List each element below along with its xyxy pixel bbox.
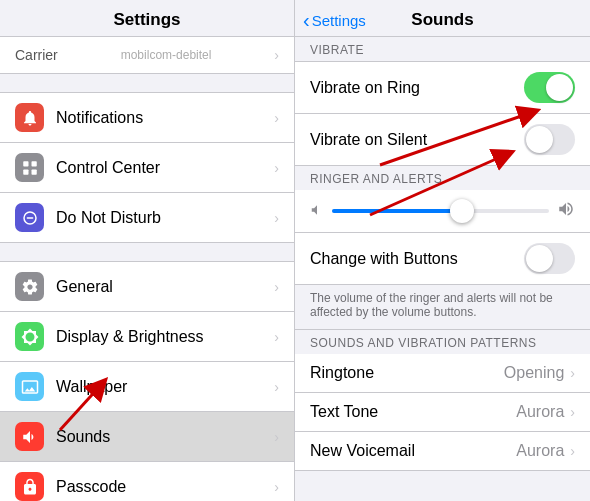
icon-general — [15, 272, 44, 301]
row-ringtone[interactable]: Ringtone Opening › — [295, 354, 590, 393]
sounds-label: Sounds — [56, 428, 274, 446]
carrier-name: Carrier — [15, 47, 58, 63]
back-button[interactable]: ‹ Settings — [303, 9, 366, 32]
vibrate-ring-label: Vibrate on Ring — [310, 79, 524, 97]
ringer-slider-track[interactable] — [332, 209, 549, 213]
vibrate-silent-label: Vibrate on Silent — [310, 131, 524, 149]
row-change-buttons[interactable]: Change with Buttons — [295, 233, 590, 285]
svg-rect-3 — [31, 169, 36, 174]
dnd-label: Do Not Disturb — [56, 209, 274, 227]
wallpaper-label: Wallpaper — [56, 378, 274, 396]
notifications-chevron: › — [274, 110, 279, 126]
toggle-knob-silent — [526, 126, 553, 153]
toggle-knob — [546, 74, 573, 101]
vibrate-silent-toggle[interactable] — [524, 124, 575, 155]
wallpaper-chevron: › — [274, 379, 279, 395]
text-tone-label: Text Tone — [310, 403, 516, 421]
section-header-ringer: RINGER AND ALERTS — [295, 166, 590, 190]
ringtone-label: Ringtone — [310, 364, 504, 382]
text-tone-chevron: › — [570, 404, 575, 420]
section-header-patterns: SOUNDS AND VIBRATION PATTERNS — [295, 330, 590, 354]
general-chevron: › — [274, 279, 279, 295]
ringer-slider-thumb[interactable] — [450, 199, 474, 223]
passcode-chevron: › — [274, 479, 279, 495]
left-title: Settings — [113, 10, 180, 29]
ringer-section: Change with Buttons — [295, 190, 590, 285]
ringer-slider-row[interactable] — [295, 190, 590, 233]
sounds-chevron: › — [274, 429, 279, 445]
new-voicemail-label: New Voicemail — [310, 442, 516, 460]
row-passcode[interactable]: Passcode › — [0, 462, 294, 501]
display-brightness-chevron: › — [274, 329, 279, 345]
back-label: Settings — [312, 12, 366, 29]
change-buttons-toggle[interactable] — [524, 243, 575, 274]
icon-control-center — [15, 153, 44, 182]
sound-patterns-section: Ringtone Opening › Text Tone Aurora › Ne… — [295, 354, 590, 471]
settings-list: Carrier mobilcom-debitel › Notifications… — [0, 37, 294, 501]
general-label: General — [56, 278, 274, 296]
row-sounds[interactable]: Sounds › — [0, 412, 294, 462]
group-separator-1 — [0, 74, 294, 92]
right-header: ‹ Settings Sounds — [295, 0, 590, 37]
ringtone-value: Opening — [504, 364, 565, 382]
toggle-knob-buttons — [526, 245, 553, 272]
right-title: Sounds — [411, 10, 473, 30]
change-buttons-label: Change with Buttons — [310, 250, 524, 268]
settings-left-panel: Settings Carrier mobilcom-debitel › Noti… — [0, 0, 295, 501]
row-wallpaper[interactable]: Wallpaper › — [0, 362, 294, 412]
settings-group-2: General › Display & Brightness › Wallpap… — [0, 261, 294, 501]
row-control-center[interactable]: Control Center › — [0, 143, 294, 193]
carrier-sub: mobilcom-debitel — [121, 48, 212, 62]
row-notifications[interactable]: Notifications › — [0, 92, 294, 143]
right-content: VIBRATE Vibrate on Ring Vibrate on Silen… — [295, 37, 590, 501]
icon-wallpaper — [15, 372, 44, 401]
row-new-voicemail[interactable]: New Voicemail Aurora › — [295, 432, 590, 471]
sounds-right-panel: ‹ Settings Sounds VIBRATE Vibrate on Rin… — [295, 0, 590, 501]
svg-rect-2 — [23, 169, 28, 174]
icon-sounds — [15, 422, 44, 451]
carrier-chevron: › — [274, 47, 279, 63]
ringer-slider-fill — [332, 209, 462, 213]
left-header: Settings — [0, 0, 294, 37]
vibrate-ring-toggle[interactable] — [524, 72, 575, 103]
group-separator-2 — [0, 243, 294, 261]
display-brightness-label: Display & Brightness — [56, 328, 274, 346]
control-center-label: Control Center — [56, 159, 274, 177]
settings-group-1: Notifications › Control Center › Do Not … — [0, 92, 294, 243]
icon-passcode — [15, 472, 44, 501]
row-do-not-disturb[interactable]: Do Not Disturb › — [0, 193, 294, 243]
passcode-label: Passcode — [56, 478, 274, 496]
icon-do-not-disturb — [15, 203, 44, 232]
ringtone-chevron: › — [570, 365, 575, 381]
row-general[interactable]: General › — [0, 261, 294, 312]
row-vibrate-silent[interactable]: Vibrate on Silent — [295, 114, 590, 166]
svg-rect-1 — [31, 161, 36, 166]
icon-notifications — [15, 103, 44, 132]
new-voicemail-value: Aurora — [516, 442, 564, 460]
carrier-row[interactable]: Carrier mobilcom-debitel › — [0, 37, 294, 74]
dnd-chevron: › — [274, 210, 279, 226]
back-chevron-icon: ‹ — [303, 9, 310, 32]
volume-low-icon — [310, 203, 324, 220]
volume-high-icon — [557, 200, 575, 222]
control-center-chevron: › — [274, 160, 279, 176]
row-text-tone[interactable]: Text Tone Aurora › — [295, 393, 590, 432]
row-vibrate-ring[interactable]: Vibrate on Ring — [295, 61, 590, 114]
new-voicemail-chevron: › — [570, 443, 575, 459]
notifications-label: Notifications — [56, 109, 274, 127]
svg-rect-0 — [23, 161, 28, 166]
icon-display-brightness — [15, 322, 44, 351]
text-tone-value: Aurora — [516, 403, 564, 421]
ringer-description: The volume of the ringer and alerts will… — [295, 285, 590, 330]
row-display-brightness[interactable]: Display & Brightness › — [0, 312, 294, 362]
vibrate-section: Vibrate on Ring Vibrate on Silent — [295, 61, 590, 166]
section-header-vibrate: VIBRATE — [295, 37, 590, 61]
